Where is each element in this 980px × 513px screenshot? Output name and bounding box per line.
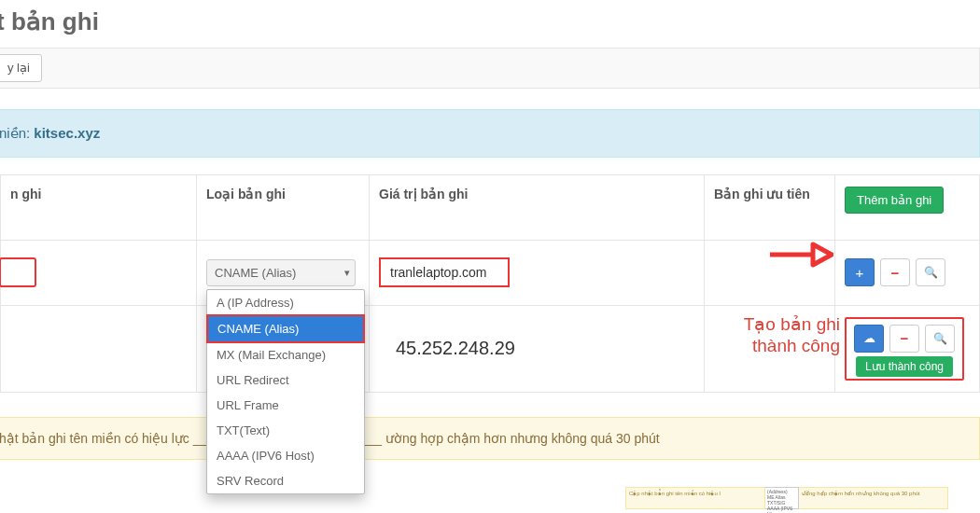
type-option[interactable]: URL Frame: [207, 393, 364, 418]
records-table: n ghi Loại bản ghi Giá trị bản ghi Bản g…: [0, 174, 980, 393]
cell-type: CNAME (Alias) ▾ A (IP Address) CNAME (Al…: [197, 240, 370, 305]
domain-panel: niền: kitsec.xyz: [0, 109, 980, 158]
th-type: Loại bản ghi: [197, 174, 370, 240]
row-actions: + − 🔍: [845, 258, 970, 286]
search-icon: 🔍: [924, 266, 938, 279]
footer-note-right: ường hợp chậm hơn nhưng không quá 30 phú…: [799, 487, 948, 509]
th-value: Giá trị bản ghi: [370, 174, 705, 240]
domain-prefix: niền:: [0, 125, 34, 141]
note-panel: hật bản ghi tên miền có hiệu lực ____ __…: [0, 417, 980, 460]
th-host: n ghi: [1, 174, 197, 240]
cell-host: [1, 240, 197, 305]
remove-row-button[interactable]: −: [889, 325, 919, 353]
type-option[interactable]: TXT(Text): [207, 418, 364, 443]
footer-thumbnail: Cập nhật bản ghi tên miền có hiệu l (Add…: [625, 487, 948, 509]
add-row-button[interactable]: +: [845, 258, 875, 286]
toolbar: y lại: [0, 48, 980, 89]
type-option[interactable]: SRV Record: [207, 468, 364, 493]
plus-icon: +: [856, 265, 864, 281]
save-success-badge: Lưu thành công: [856, 356, 953, 377]
th-add: Thêm bản ghi: [835, 174, 980, 240]
type-option[interactable]: A (IP Address): [207, 290, 364, 315]
domain-name: kitsec.xyz: [34, 125, 100, 141]
table-header-row: n ghi Loại bản ghi Giá trị bản ghi Bản g…: [1, 174, 980, 240]
cell-priority: Tạo bản ghi thành công: [705, 305, 835, 392]
actions-highlight-box: ☁ − 🔍 Lưu thành công: [845, 317, 964, 381]
type-option[interactable]: AAAA (IPV6 Host): [207, 443, 364, 468]
search-row-button[interactable]: 🔍: [925, 325, 955, 353]
type-option[interactable]: URL Redirect: [207, 367, 364, 393]
search-icon: 🔍: [933, 332, 947, 345]
table-row: CNAME (Alias) ▾ A (IP Address) CNAME (Al…: [1, 240, 980, 305]
cloud-save-button[interactable]: ☁: [854, 325, 884, 353]
cell-actions: ☁ − 🔍 Lưu thành công: [835, 305, 980, 392]
page-title: ật bản ghi: [0, 0, 980, 48]
host-input[interactable]: [0, 257, 36, 287]
add-record-button[interactable]: Thêm bản ghi: [845, 187, 944, 215]
minus-icon: −: [891, 265, 900, 281]
type-option-selected[interactable]: CNAME (Alias): [206, 314, 365, 343]
arrow-annotation: [768, 241, 833, 269]
cell-host: [1, 305, 197, 392]
back-button[interactable]: y lại: [0, 54, 42, 82]
minus-icon: −: [901, 330, 909, 346]
footer-list-item: AAAA (IPV6 H): [767, 506, 796, 513]
search-row-button[interactable]: 🔍: [916, 258, 945, 286]
cloud-icon: ☁: [863, 331, 875, 345]
row-actions: ☁ − 🔍: [854, 325, 955, 353]
cell-value: [370, 240, 705, 305]
type-option[interactable]: MX (Mail Exchange): [207, 342, 364, 367]
footer-note-left: Cập nhật bản ghi tên miền có hiệu l: [625, 487, 765, 509]
type-select-wrap[interactable]: CNAME (Alias) ▾ A (IP Address) CNAME (Al…: [206, 259, 356, 286]
remove-row-button[interactable]: −: [880, 258, 910, 286]
table-row: 45.252.248.29 Tạo bản ghi thành công ☁ −…: [1, 305, 980, 392]
footer-mini-list: (Address) ME Alias TXT/SIG AAAA (IPV6 H): [765, 487, 799, 509]
type-select[interactable]: CNAME (Alias): [206, 259, 356, 286]
value-text: 45.252.248.29: [379, 338, 694, 359]
value-input[interactable]: [379, 257, 510, 287]
success-annotation: Tạo bản ghi thành công: [709, 313, 840, 358]
cell-value: 45.252.248.29: [370, 305, 705, 392]
th-priority: Bản ghi ưu tiên: [705, 174, 835, 240]
cell-actions: + − 🔍: [835, 240, 980, 305]
type-dropdown: A (IP Address) CNAME (Alias) MX (Mail Ex…: [206, 289, 365, 494]
success-annotation-text: Tạo bản ghi thành công: [744, 314, 840, 356]
